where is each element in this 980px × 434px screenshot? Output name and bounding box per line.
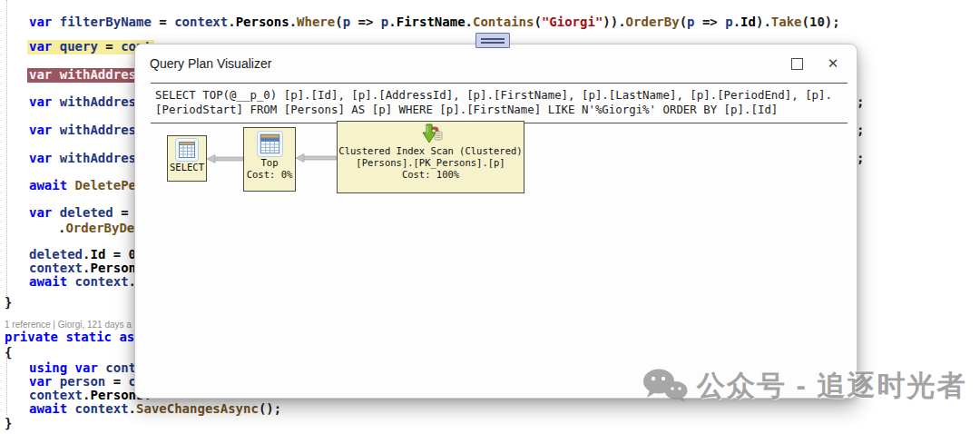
plan-node-cost: Cost: 0%	[247, 169, 293, 181]
code-line: using var contex	[29, 361, 152, 375]
code-line: var deleted = aw	[29, 206, 152, 220]
code-line: deleted.Id = 0;	[29, 248, 143, 261]
plan-connector-arrow	[207, 153, 243, 164]
code-line: var person = cor	[29, 375, 152, 389]
watermark-text: 公众号 - 追逐时光者	[697, 367, 967, 405]
query-plan-visualizer-dialog: Query Plan Visualizer ✕ SELECT TOP(@__p_…	[134, 44, 858, 399]
code-line: context.Persons.	[29, 261, 152, 275]
watermark: 公众号 - 追逐时光者	[641, 367, 967, 405]
clustered-index-scan-icon	[418, 123, 443, 145]
plan-node-label: Clustered Index Scan (Clustered)	[338, 145, 522, 157]
plan-node-cost: Cost: 100%	[402, 169, 459, 181]
plan-node-top[interactable]: Top Cost: 0%	[243, 127, 296, 192]
code-line: }	[5, 417, 12, 430]
table-icon	[175, 138, 199, 162]
plan-node-clustered-index-scan[interactable]: Clustered Index Scan (Clustered) [Person…	[337, 121, 524, 193]
drag-handle[interactable]	[475, 33, 510, 48]
code-line: await context.SaveChangesAsync();	[29, 402, 281, 416]
code-line: await context.Sa	[29, 275, 152, 289]
plan-connector-arrow	[296, 153, 337, 163]
code-line: var filterByName = context.Persons.Where…	[29, 15, 840, 29]
plan-diagram: SELECT Top Cost: 0%	[135, 44, 857, 398]
code-line: await DeletePers	[29, 179, 152, 192]
code-line: var withAddress3	[29, 152, 152, 165]
top-operator-icon	[257, 131, 283, 157]
code-line: ;	[857, 152, 864, 165]
plan-node-select[interactable]: SELECT	[167, 135, 207, 182]
drag-handle-line	[481, 38, 505, 40]
indent-guide	[6, 357, 7, 415]
code-line: ;	[857, 123, 864, 137]
code-line: var withAddress1	[29, 95, 152, 109]
code-line: context.Persons.	[29, 389, 152, 402]
plan-node-label: SELECT	[170, 162, 204, 173]
plan-node-label: Top	[261, 157, 279, 169]
codelens-reference: 1 reference | Giorgi, 121 days a	[5, 320, 132, 330]
code-line: ;	[857, 95, 864, 109]
indent-guide	[6, 0, 7, 307]
code-line: {	[5, 346, 12, 360]
code-line: }	[5, 296, 12, 310]
drag-handle-line	[481, 42, 505, 44]
plan-node-object: [Persons].[PK_Persons].[p]	[356, 157, 505, 169]
code-line: var withAddress2	[29, 123, 152, 137]
wechat-icon	[641, 367, 690, 405]
